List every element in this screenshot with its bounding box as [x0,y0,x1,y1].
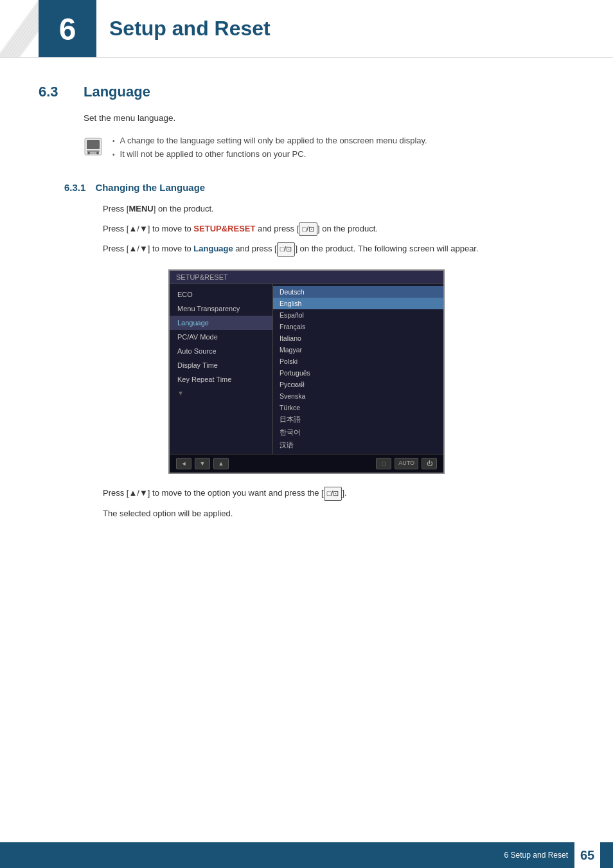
step-1: Press [MENU] on the product. [103,203,574,216]
lang-korean: 한국어 [273,426,443,439]
lang-chinese: 汉语 [273,439,443,452]
menu-item-autosource: Auto Source [170,344,272,358]
note-text-1: A change to the language setting will on… [120,136,427,145]
lang-deutsch: Deutsch [273,286,443,298]
chapter-number: 6 [59,12,76,47]
monitor-title: SETUP&RESET [176,273,228,281]
monitor-content-area: ECO Menu Transparency Language PC/AV Mod… [170,284,443,454]
lang-espanol: Español [273,309,443,321]
subsection-number: 6.3.1 [64,182,85,193]
section-description: Set the menu language. [84,113,574,123]
note-box: • A change to the language setting will … [84,136,574,163]
monitor-btn-power: ⏻ [422,458,437,469]
enter-btn-1: □/⊡ [299,222,317,237]
lang-japanese: 日本語 [273,413,443,426]
menu-item-more: ▼ [170,386,272,400]
chapter-box: 6 [39,0,96,58]
svg-rect-8 [87,140,100,149]
enter-btn-2: □/⊡ [277,242,296,257]
page-number: 65 [574,842,600,868]
monitor-btn-group-left: ◄ ▼ ▲ [176,458,229,469]
section-number: 6.3 [39,84,71,100]
note-content: • A change to the language setting will … [112,136,574,163]
lang-francais: Français [273,321,443,332]
menu-key: MENU [129,204,153,213]
language-label: Language [193,244,233,254]
menu-item-displaytime: Display Time [170,358,272,372]
bullet-2: • [112,151,115,158]
svg-rect-9 [87,150,100,152]
setup-reset-label: SETUP&RESET [193,224,255,233]
lang-english: English [273,298,443,309]
monitor-btn-down: ▼ [195,458,210,469]
bullet-1: • [112,138,115,145]
monitor-right-panel: Deutsch English Español Français Italian… [272,284,443,454]
menu-item-keyrepeat: Key Repeat Time [170,372,272,386]
monitor-bottom-bar: ◄ ▼ ▲ □ AUTO ⏻ [170,454,443,473]
step-5: The selected option will be applied. [103,507,574,521]
page-footer: 6 Setup and Reset 65 [0,842,613,868]
subsection-title: Changing the Language [95,182,205,193]
enter-btn-3: □/⊡ [324,487,342,501]
step-2: Press [▲/▼] to move to SETUP&RESET and p… [103,222,574,237]
menu-item-eco: ECO [170,287,272,302]
monitor-btn-group-right: □ AUTO ⏻ [376,458,437,469]
monitor-inner: SETUP&RESET ECO Menu Transparency Langua… [170,271,443,473]
subsection-header: 6.3.1 Changing the Language [64,182,574,193]
chapter-title: Setup and Reset [109,17,271,41]
footer-text: 6 Setup and Reset [504,851,568,860]
monitor-left-menu: ECO Menu Transparency Language PC/AV Mod… [170,284,272,454]
monitor-btn-auto: AUTO [395,458,418,469]
monitor-btn-up: ▲ [213,458,229,469]
lang-russian: Русский [273,379,443,390]
note-item-2: • It will not be applied to other functi… [112,149,574,159]
menu-item-pcav: PC/AV Mode [170,330,272,344]
step-4: Press [▲/▼] to move to the option you wa… [103,487,574,501]
lang-turkce: Türkce [273,402,443,413]
monitor-btn-back: ◄ [176,458,191,469]
step-3: Press [▲/▼] to move to Language and pres… [103,242,574,257]
section-title: Language [84,84,150,100]
monitor-screenshot: SETUP&RESET ECO Menu Transparency Langua… [168,269,445,474]
note-text-2: It will not be applied to other function… [120,149,306,159]
page-header: 6 Setup and Reset [0,0,613,58]
header-stripes [0,0,39,58]
note-icon [84,137,103,156]
lang-magyar: Magyar [273,344,443,356]
monitor-menu-bar: SETUP&RESET [170,271,443,284]
lang-polski: Polski [273,356,443,367]
main-content: 6.3 Language Set the menu language. • A … [0,58,613,565]
lang-portugues: Português [273,367,443,379]
lang-svenska: Svenska [273,390,443,402]
lang-italiano: Italiano [273,332,443,344]
menu-item-transparency: Menu Transparency [170,302,272,316]
monitor-btn-enter: □ [376,458,391,469]
note-item-1: • A change to the language setting will … [112,136,574,145]
section-header: 6.3 Language [39,84,574,100]
menu-item-language: Language [170,316,272,330]
